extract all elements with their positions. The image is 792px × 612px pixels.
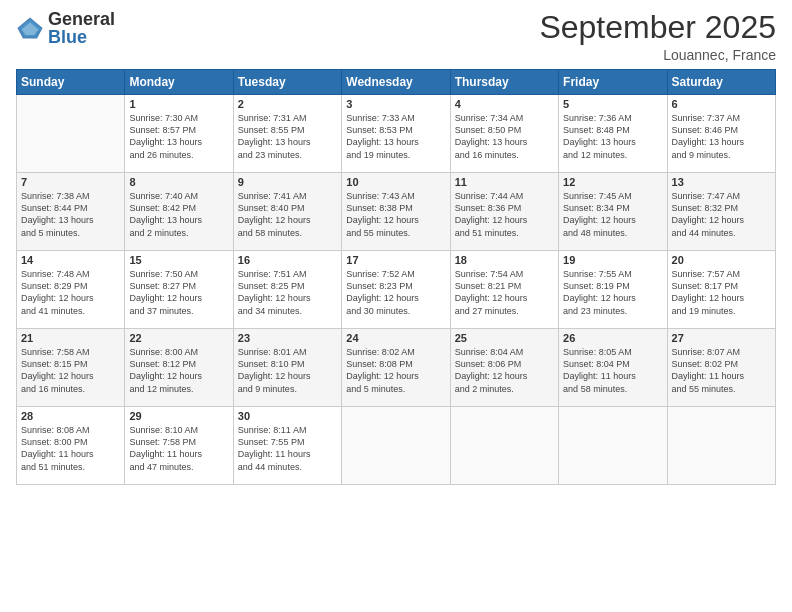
col-thursday: Thursday [450, 70, 558, 95]
day-info: Sunrise: 7:45 AM Sunset: 8:34 PM Dayligh… [563, 190, 662, 239]
table-row: 28Sunrise: 8:08 AM Sunset: 8:00 PM Dayli… [17, 407, 125, 485]
day-info: Sunrise: 8:01 AM Sunset: 8:10 PM Dayligh… [238, 346, 337, 395]
table-row: 11Sunrise: 7:44 AM Sunset: 8:36 PM Dayli… [450, 173, 558, 251]
calendar-week-row: 28Sunrise: 8:08 AM Sunset: 8:00 PM Dayli… [17, 407, 776, 485]
day-info: Sunrise: 7:54 AM Sunset: 8:21 PM Dayligh… [455, 268, 554, 317]
day-info: Sunrise: 8:04 AM Sunset: 8:06 PM Dayligh… [455, 346, 554, 395]
table-row: 17Sunrise: 7:52 AM Sunset: 8:23 PM Dayli… [342, 251, 450, 329]
calendar-week-row: 14Sunrise: 7:48 AM Sunset: 8:29 PM Dayli… [17, 251, 776, 329]
logo-general-text: General [48, 10, 115, 28]
day-info: Sunrise: 7:38 AM Sunset: 8:44 PM Dayligh… [21, 190, 120, 239]
table-row: 9Sunrise: 7:41 AM Sunset: 8:40 PM Daylig… [233, 173, 341, 251]
day-info: Sunrise: 8:05 AM Sunset: 8:04 PM Dayligh… [563, 346, 662, 395]
page: General Blue September 2025 Louannec, Fr… [0, 0, 792, 612]
day-info: Sunrise: 7:57 AM Sunset: 8:17 PM Dayligh… [672, 268, 771, 317]
col-sunday: Sunday [17, 70, 125, 95]
day-number: 25 [455, 332, 554, 344]
day-number: 29 [129, 410, 228, 422]
day-number: 13 [672, 176, 771, 188]
day-number: 12 [563, 176, 662, 188]
table-row: 29Sunrise: 8:10 AM Sunset: 7:58 PM Dayli… [125, 407, 233, 485]
table-row: 19Sunrise: 7:55 AM Sunset: 8:19 PM Dayli… [559, 251, 667, 329]
day-number: 21 [21, 332, 120, 344]
table-row [450, 407, 558, 485]
table-row [342, 407, 450, 485]
table-row: 2Sunrise: 7:31 AM Sunset: 8:55 PM Daylig… [233, 95, 341, 173]
table-row: 30Sunrise: 8:11 AM Sunset: 7:55 PM Dayli… [233, 407, 341, 485]
day-info: Sunrise: 8:11 AM Sunset: 7:55 PM Dayligh… [238, 424, 337, 473]
day-number: 26 [563, 332, 662, 344]
col-wednesday: Wednesday [342, 70, 450, 95]
logo: General Blue [16, 10, 115, 46]
day-number: 30 [238, 410, 337, 422]
table-row: 3Sunrise: 7:33 AM Sunset: 8:53 PM Daylig… [342, 95, 450, 173]
table-row: 23Sunrise: 8:01 AM Sunset: 8:10 PM Dayli… [233, 329, 341, 407]
day-number: 28 [21, 410, 120, 422]
table-row: 20Sunrise: 7:57 AM Sunset: 8:17 PM Dayli… [667, 251, 775, 329]
day-info: Sunrise: 7:52 AM Sunset: 8:23 PM Dayligh… [346, 268, 445, 317]
table-row: 21Sunrise: 7:58 AM Sunset: 8:15 PM Dayli… [17, 329, 125, 407]
day-info: Sunrise: 7:31 AM Sunset: 8:55 PM Dayligh… [238, 112, 337, 161]
day-number: 1 [129, 98, 228, 110]
table-row: 5Sunrise: 7:36 AM Sunset: 8:48 PM Daylig… [559, 95, 667, 173]
day-info: Sunrise: 8:02 AM Sunset: 8:08 PM Dayligh… [346, 346, 445, 395]
table-row: 8Sunrise: 7:40 AM Sunset: 8:42 PM Daylig… [125, 173, 233, 251]
table-row: 15Sunrise: 7:50 AM Sunset: 8:27 PM Dayli… [125, 251, 233, 329]
day-info: Sunrise: 7:51 AM Sunset: 8:25 PM Dayligh… [238, 268, 337, 317]
day-info: Sunrise: 7:33 AM Sunset: 8:53 PM Dayligh… [346, 112, 445, 161]
day-number: 2 [238, 98, 337, 110]
table-row: 13Sunrise: 7:47 AM Sunset: 8:32 PM Dayli… [667, 173, 775, 251]
table-row: 24Sunrise: 8:02 AM Sunset: 8:08 PM Dayli… [342, 329, 450, 407]
table-row: 6Sunrise: 7:37 AM Sunset: 8:46 PM Daylig… [667, 95, 775, 173]
day-info: Sunrise: 8:08 AM Sunset: 8:00 PM Dayligh… [21, 424, 120, 473]
day-info: Sunrise: 8:10 AM Sunset: 7:58 PM Dayligh… [129, 424, 228, 473]
day-info: Sunrise: 7:58 AM Sunset: 8:15 PM Dayligh… [21, 346, 120, 395]
day-number: 4 [455, 98, 554, 110]
day-info: Sunrise: 7:55 AM Sunset: 8:19 PM Dayligh… [563, 268, 662, 317]
calendar-week-row: 7Sunrise: 7:38 AM Sunset: 8:44 PM Daylig… [17, 173, 776, 251]
day-info: Sunrise: 7:41 AM Sunset: 8:40 PM Dayligh… [238, 190, 337, 239]
day-number: 15 [129, 254, 228, 266]
day-info: Sunrise: 7:34 AM Sunset: 8:50 PM Dayligh… [455, 112, 554, 161]
calendar: Sunday Monday Tuesday Wednesday Thursday… [16, 69, 776, 485]
table-row: 7Sunrise: 7:38 AM Sunset: 8:44 PM Daylig… [17, 173, 125, 251]
day-number: 8 [129, 176, 228, 188]
day-info: Sunrise: 7:47 AM Sunset: 8:32 PM Dayligh… [672, 190, 771, 239]
day-number: 14 [21, 254, 120, 266]
day-info: Sunrise: 8:07 AM Sunset: 8:02 PM Dayligh… [672, 346, 771, 395]
col-monday: Monday [125, 70, 233, 95]
day-info: Sunrise: 7:43 AM Sunset: 8:38 PM Dayligh… [346, 190, 445, 239]
day-info: Sunrise: 7:48 AM Sunset: 8:29 PM Dayligh… [21, 268, 120, 317]
logo-text: General Blue [48, 10, 115, 46]
logo-blue-text: Blue [48, 28, 115, 46]
day-number: 7 [21, 176, 120, 188]
day-number: 20 [672, 254, 771, 266]
table-row: 16Sunrise: 7:51 AM Sunset: 8:25 PM Dayli… [233, 251, 341, 329]
month-title: September 2025 [539, 10, 776, 45]
calendar-week-row: 1Sunrise: 7:30 AM Sunset: 8:57 PM Daylig… [17, 95, 776, 173]
day-number: 24 [346, 332, 445, 344]
col-friday: Friday [559, 70, 667, 95]
table-row: 12Sunrise: 7:45 AM Sunset: 8:34 PM Dayli… [559, 173, 667, 251]
table-row: 1Sunrise: 7:30 AM Sunset: 8:57 PM Daylig… [125, 95, 233, 173]
day-info: Sunrise: 7:37 AM Sunset: 8:46 PM Dayligh… [672, 112, 771, 161]
day-number: 19 [563, 254, 662, 266]
calendar-header-row: Sunday Monday Tuesday Wednesday Thursday… [17, 70, 776, 95]
title-area: September 2025 Louannec, France [539, 10, 776, 63]
day-number: 18 [455, 254, 554, 266]
table-row: 22Sunrise: 8:00 AM Sunset: 8:12 PM Dayli… [125, 329, 233, 407]
day-info: Sunrise: 7:36 AM Sunset: 8:48 PM Dayligh… [563, 112, 662, 161]
col-tuesday: Tuesday [233, 70, 341, 95]
col-saturday: Saturday [667, 70, 775, 95]
table-row: 14Sunrise: 7:48 AM Sunset: 8:29 PM Dayli… [17, 251, 125, 329]
day-number: 16 [238, 254, 337, 266]
table-row [17, 95, 125, 173]
header: General Blue September 2025 Louannec, Fr… [16, 10, 776, 63]
day-number: 5 [563, 98, 662, 110]
day-info: Sunrise: 7:50 AM Sunset: 8:27 PM Dayligh… [129, 268, 228, 317]
day-info: Sunrise: 7:40 AM Sunset: 8:42 PM Dayligh… [129, 190, 228, 239]
location: Louannec, France [539, 47, 776, 63]
calendar-week-row: 21Sunrise: 7:58 AM Sunset: 8:15 PM Dayli… [17, 329, 776, 407]
day-info: Sunrise: 7:30 AM Sunset: 8:57 PM Dayligh… [129, 112, 228, 161]
day-number: 6 [672, 98, 771, 110]
